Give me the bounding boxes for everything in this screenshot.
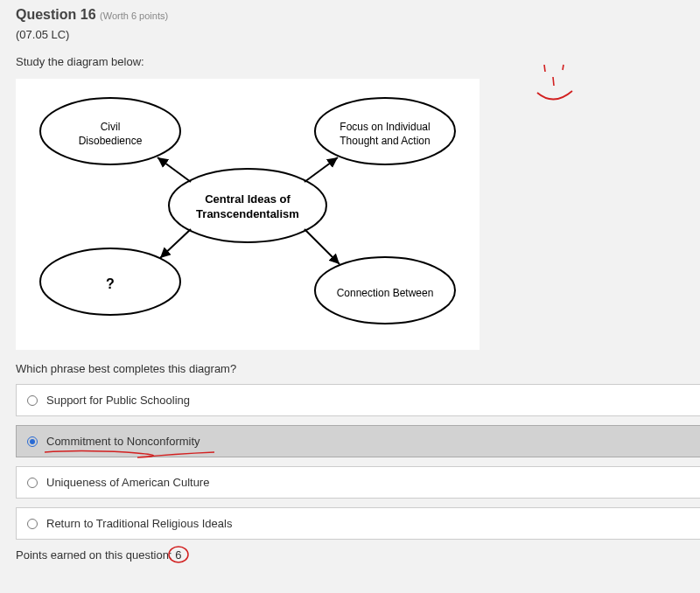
question-worth: (Worth 6 points) bbox=[100, 10, 168, 21]
option-row[interactable]: Commitment to Nonconformity bbox=[16, 425, 700, 457]
option-label: Support for Public Schooling bbox=[46, 394, 190, 407]
diagram-node-top-right: Focus on IndividualThought and Action bbox=[315, 121, 455, 148]
svg-line-8 bbox=[304, 229, 340, 264]
question-text: Which phrase best completes this diagram… bbox=[16, 362, 700, 375]
points-label: Points earned on this question: bbox=[16, 548, 175, 562]
option-label: Return to Traditional Religious Ideals bbox=[46, 517, 232, 530]
title-prefix: Question bbox=[16, 7, 76, 22]
svg-line-6 bbox=[304, 157, 338, 182]
radio-icon[interactable] bbox=[27, 436, 38, 447]
option-label: Commitment to Nonconformity bbox=[46, 435, 200, 448]
diagram: CivilDisobedience Focus on IndividualTho… bbox=[16, 79, 480, 350]
annotation-smiley-icon bbox=[532, 59, 584, 112]
diagram-node-bottom-right: Connection Between bbox=[315, 287, 455, 301]
question-number: 16 bbox=[80, 7, 96, 22]
radio-icon[interactable] bbox=[27, 395, 38, 406]
points-earned: Points earned on this question: 6 bbox=[16, 548, 700, 562]
radio-icon[interactable] bbox=[27, 519, 38, 529]
radio-icon[interactable] bbox=[27, 478, 38, 488]
svg-line-5 bbox=[158, 157, 191, 182]
option-row[interactable]: Support for Public Schooling bbox=[16, 384, 700, 416]
points-value: 6 bbox=[175, 548, 181, 562]
diagram-node-bottom-left: ? bbox=[40, 276, 180, 294]
option-row[interactable]: Uniqueness of American Culture bbox=[16, 466, 700, 499]
question-prompt: Study the diagram below: bbox=[16, 55, 700, 68]
option-row[interactable]: Return to Traditional Religious Ideals bbox=[16, 507, 700, 540]
diagram-node-top-left: CivilDisobedience bbox=[40, 121, 180, 148]
question-code: (07.05 LC) bbox=[16, 28, 700, 41]
question-header: Question 16 (Worth 6 points) bbox=[16, 7, 700, 23]
option-label: Uniqueness of American Culture bbox=[46, 476, 209, 489]
diagram-node-center: Central Ideas ofTranscendentalism bbox=[169, 192, 326, 222]
question-title: Question 16 bbox=[16, 7, 100, 22]
svg-line-7 bbox=[160, 229, 191, 258]
annotation-underline-icon bbox=[43, 449, 218, 461]
